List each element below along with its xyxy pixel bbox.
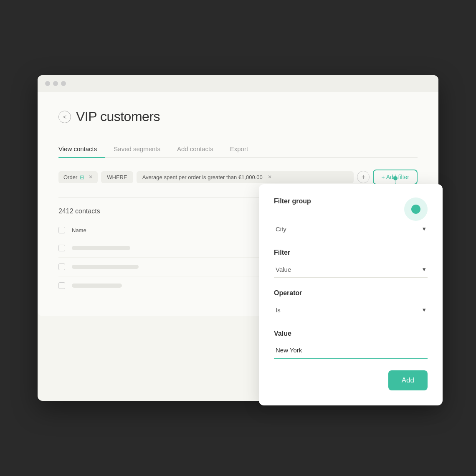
filter-select[interactable]: Value ▾	[274, 261, 428, 278]
tabs-bar: View contacts Saved segments Add contact…	[58, 141, 418, 158]
skeleton-name-3	[72, 284, 122, 288]
filter-group-select[interactable]: City ▾	[274, 221, 428, 237]
page-header: < VIP customers	[58, 109, 418, 124]
tab-export[interactable]: Export	[222, 141, 256, 157]
select-all-checkbox[interactable]	[58, 227, 65, 233]
filter-value: Value	[276, 266, 291, 273]
order-tag-label: Order	[63, 174, 77, 180]
operator-select[interactable]: Is ▾	[274, 302, 428, 318]
filter-chevron: ▾	[423, 266, 426, 273]
page-title: VIP customers	[76, 109, 160, 124]
value-input[interactable]	[274, 342, 428, 359]
traffic-light-expand	[61, 81, 66, 86]
tab-saved-segments[interactable]: Saved segments	[105, 141, 169, 157]
browser-titlebar	[38, 75, 438, 92]
order-tag-close[interactable]: ✕	[89, 174, 93, 180]
skeleton-name-2	[72, 265, 139, 269]
row-checkbox-3[interactable]	[58, 282, 65, 289]
traffic-light-close	[45, 81, 50, 86]
filter-icon: ⊞	[80, 174, 84, 180]
operator-value: Is	[276, 306, 281, 314]
filter-label: Filter	[274, 249, 428, 256]
filter-group-value: City	[276, 225, 286, 233]
popup-header-row: Filter group	[274, 197, 428, 221]
value-section: Value	[274, 330, 428, 359]
condition-close[interactable]: ✕	[268, 174, 272, 180]
green-circle-inner	[411, 205, 420, 214]
row-checkbox-2[interactable]	[58, 263, 65, 270]
connector-dot	[393, 176, 398, 180]
where-badge: WHERE	[101, 171, 133, 183]
filter-bar: Order ⊞ ✕ WHERE Average spent per order …	[58, 170, 418, 185]
value-label: Value	[274, 330, 428, 337]
filter-section: Filter Value ▾	[274, 249, 428, 278]
filter-condition-text: Average spent per order is greater than …	[142, 174, 263, 180]
operator-label: Operator	[274, 289, 428, 297]
green-circle-bg	[404, 197, 428, 221]
traffic-light-minimize	[53, 81, 58, 86]
add-filter-button[interactable]: + Add filter	[373, 170, 418, 185]
filter-popup: Filter group City ▾ Filter Value ▾	[259, 184, 443, 405]
add-button[interactable]: Add	[388, 370, 428, 390]
filter-group-label: Filter group	[274, 197, 311, 210]
browser-window: < VIP customers View contacts Saved segm…	[38, 75, 438, 401]
filter-group-section: Filter group City ▾	[274, 197, 428, 237]
browser-content: < VIP customers View contacts Saved segm…	[38, 92, 438, 316]
row-checkbox-1[interactable]	[58, 245, 65, 251]
plus-button[interactable]: +	[357, 171, 370, 183]
tab-add-contacts[interactable]: Add contacts	[169, 141, 222, 157]
filter-condition: Average spent per order is greater than …	[137, 171, 354, 183]
tab-view-contacts[interactable]: View contacts	[58, 141, 105, 157]
back-button[interactable]: <	[58, 111, 71, 123]
skeleton-name-1	[72, 246, 130, 250]
filter-group-chevron: ▾	[423, 225, 426, 233]
operator-chevron: ▾	[423, 306, 426, 314]
order-filter-tag[interactable]: Order ⊞ ✕	[58, 171, 98, 183]
operator-section: Operator Is ▾	[274, 289, 428, 318]
